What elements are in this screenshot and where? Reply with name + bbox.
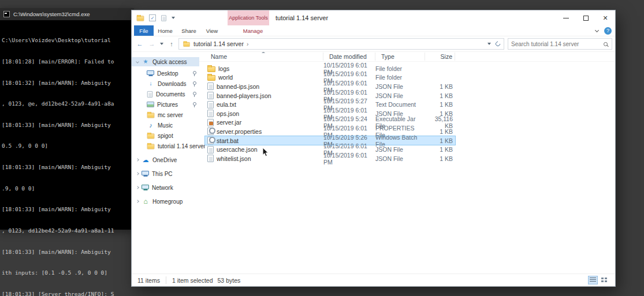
expand-ribbon-chevron-icon[interactable] [595,28,599,32]
navigation-pane: ★ Quick access Desktop ↓ Downloads Docum… [132,52,199,273]
network-icon [142,185,149,189]
sidebar-item-music[interactable]: ♪ Music [132,120,199,130]
tab-view[interactable]: View [201,25,223,36]
cmd-window[interactable]: C:\Windows\system32\cmd.exe C:\Users\Voi… [0,8,134,230]
sidebar-item-tutorial-server[interactable]: tutorial 1.14 server [132,141,199,151]
explorer-app-icon [137,16,144,21]
qat-customize-chevron-icon[interactable] [172,17,175,19]
maximize-button[interactable] [576,10,595,25]
mouse-cursor [262,147,269,158]
column-header-name[interactable]: Name [205,53,323,61]
cmd-log-line: , 0123, dd12be42-52a9-4a91-a8a1-11 [2,227,132,234]
desktop-icon [147,70,154,75]
sidebar-item-mc-server[interactable]: mc server [132,110,199,120]
recent-locations-chevron-icon[interactable] [159,43,165,45]
tab-manage[interactable]: Manage [232,25,274,36]
file-type: JSON File [375,146,425,153]
check-icon: ✓ [151,16,155,21]
file-name-cell: banned-ips.json [205,83,323,90]
breadcrumb-chevron-icon[interactable]: › [247,41,248,47]
cmd-output[interactable]: C:\Users\Voizdev\Desktop\tutorial [18:01… [0,20,134,296]
close-button[interactable]: × [595,10,615,25]
sidebar-item-label: Music [158,122,173,129]
desktop: C:\Windows\system32\cmd.exe C:\Users\Voi… [0,0,644,296]
sidebar-item-label: This PC [152,171,173,177]
address-bar[interactable]: tutorial 1.14 server › [178,38,504,50]
search-icon[interactable] [604,42,608,46]
details-view-button[interactable] [588,276,598,284]
sidebar-item-label: spigot [158,133,173,139]
file-size: 1 KB [425,83,455,90]
column-header-type[interactable]: Type [375,53,425,61]
refresh-icon[interactable] [494,40,501,47]
sidebar-item-documents[interactable]: Documents [132,89,199,99]
tab-home[interactable]: Home [154,25,177,36]
help-icon[interactable]: ? [604,27,612,35]
file-name: usercache.json [217,146,258,153]
column-header-size[interactable]: Size [425,53,455,61]
sidebar-item-spigot[interactable]: spigot [132,130,199,141]
address-dropdown-icon[interactable] [487,43,491,45]
back-button[interactable]: ← [135,41,145,47]
search-box[interactable] [508,38,612,50]
address-bar-controls [487,42,500,46]
pin-icon [192,92,196,97]
sidebar-item-desktop[interactable]: Desktop [132,68,199,78]
sidebar-item-pictures[interactable]: Pictures [132,99,199,110]
cmd-log-line: [18:01:32] [main/WARN]: Ambiguity [2,80,132,87]
sidebar-item-this-pc[interactable]: This PC [132,168,199,179]
folder-icon [207,75,215,81]
sidebar-item-quick-access[interactable]: ★ Quick access [132,57,199,66]
qat-new-folder-icon[interactable] [161,15,166,21]
file-type: File folder [375,74,425,81]
cmd-log-line: [18:01:33] [main/WARN]: Ambiguity [2,122,132,129]
cmd-icon [3,11,10,17]
file-date: 10/15/2019 6:01 PM [323,152,375,166]
navigation-bar: ← → ↑ tutorial 1.14 server › [132,36,615,52]
sort-ascending-indicator [262,52,265,53]
thumbnails-view-button[interactable] [600,276,609,284]
tab-share[interactable]: Share [177,25,201,36]
file-name-cell: logs [205,65,323,72]
file-name-cell: eula.txt [205,101,323,108]
file-type: Text Document [375,101,425,108]
json-file-icon [207,83,214,90]
sidebar-item-onedrive[interactable]: ☁ OneDrive [132,155,199,165]
cmd-log-line: [18:01:28] [main/ERROR]: Failed to [2,58,132,65]
file-name: server.jar [217,119,241,126]
tab-file[interactable]: File [134,25,154,36]
file-row-whitelist[interactable]: whitelist.json 10/15/2019 6:01 PM JSON F… [205,154,455,163]
file-type: File folder [375,65,425,72]
file-name: banned-players.json [217,92,271,99]
sidebar-item-downloads[interactable]: ↓ Downloads [132,78,199,89]
file-name: world [218,74,233,81]
pictures-icon [147,102,154,107]
forward-button[interactable]: → [147,41,157,47]
qat-properties-icon[interactable]: ✓ [149,14,156,21]
cmd-titlebar[interactable]: C:\Windows\system32\cmd.exe [0,8,134,20]
status-divider [166,276,166,284]
folder-icon [147,144,155,149]
close-icon: × [603,14,608,22]
chevron-right-icon [136,186,139,189]
breadcrumb[interactable]: tutorial 1.14 server [193,40,244,47]
sidebar-item-network[interactable]: Network [132,182,199,193]
window-controls: × [556,10,615,25]
maximize-icon [583,16,589,21]
json-file-icon [207,110,214,117]
cmd-log-line: ith inputs: [0.1 -0.5 .9, 0 0 0] [2,269,132,276]
explorer-titlebar[interactable]: ✓ Application Tools tutorial 1.14 server… [132,10,615,25]
text-file-icon [207,101,214,108]
search-input[interactable] [511,41,604,47]
explorer-window: ✓ Application Tools tutorial 1.14 server… [132,10,615,286]
json-file-icon [207,155,214,162]
column-header-label: Date modified [329,53,367,60]
jar-file-icon [207,119,214,126]
minimize-button[interactable] [556,10,576,25]
thumbnails-view-icon [601,278,608,283]
file-size: 1 KB [425,128,455,135]
column-header-date-modified[interactable]: Date modified [323,53,375,61]
sidebar-item-homegroup[interactable]: ⌂ Homegroup [132,196,199,207]
up-button[interactable]: ↑ [166,41,177,47]
properties-file-icon [207,128,214,135]
